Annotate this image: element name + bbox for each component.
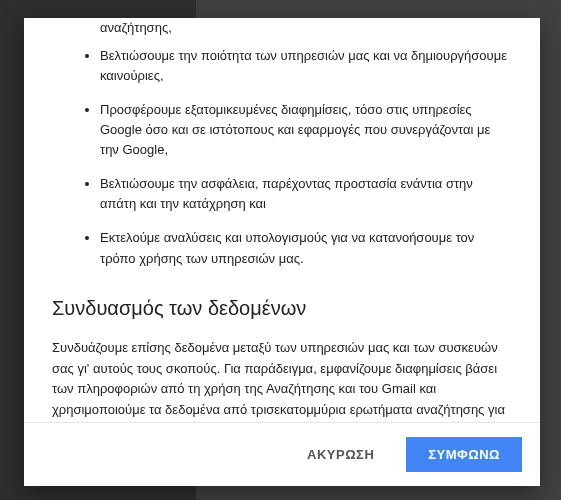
purpose-bullet-list: Βελτιώσουμε την ποιότητα των υπηρεσιών μ… [52,46,512,269]
consent-dialog: αναζήτησης, Βελτιώσουμε την ποιότητα των… [24,18,540,486]
bullet-item: Εκτελούμε αναλύσεις και υπολογισμούς για… [100,228,512,268]
dialog-scroll-area[interactable]: αναζήτησης, Βελτιώσουμε την ποιότητα των… [24,18,540,422]
dialog-action-bar: ΑΚΥΡΩΣΗ ΣΥΜΦΩΝΩ [24,422,540,486]
bullet-item: Προσφέρουμε εξατομικευμένες διαφημίσεις,… [100,100,512,160]
bullet-item: Βελτιώσουμε την ασφάλεια, παρέχοντας προ… [100,174,512,214]
section-body-text: Συνδυάζουμε επίσης δεδομένα μεταξύ των υ… [52,338,512,422]
bullet-item: Βελτιώσουμε την ποιότητα των υπηρεσιών μ… [100,46,512,86]
agree-button[interactable]: ΣΥΜΦΩΝΩ [406,437,522,472]
partial-cutoff-text: αναζήτησης, [52,18,512,38]
cancel-button[interactable]: ΑΚΥΡΩΣΗ [285,437,396,472]
section-heading-data-combination: Συνδυασμός των δεδομένων [52,297,512,320]
